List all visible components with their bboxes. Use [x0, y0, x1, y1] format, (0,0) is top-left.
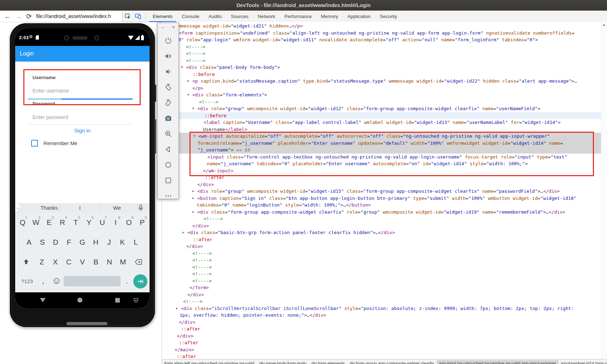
expand-arrow-icon[interactable]: ▶ — [192, 195, 194, 202]
code-line[interactable]: <!----> — [162, 257, 601, 264]
inspect-cursor-icon[interactable] — [122, 11, 133, 22]
key-I[interactable]: I8 — [109, 216, 122, 229]
code-line[interactable]: </div> — [162, 243, 601, 250]
key-K[interactable]: K — [116, 235, 129, 249]
key-Q[interactable]: Q1 — [16, 216, 29, 229]
key-B[interactable]: B — [89, 255, 103, 269]
expand-arrow-icon[interactable]: ▶ — [182, 229, 184, 236]
suggestion-word[interactable]: We — [113, 203, 121, 213]
key-A[interactable]: A — [22, 235, 36, 249]
key-S[interactable]: S — [36, 235, 49, 249]
key-C[interactable]: C — [62, 255, 76, 269]
tab-performance[interactable]: Performance — [280, 11, 316, 22]
code-line[interactable]: ▶<div class="form-group app-composite-wi… — [162, 209, 601, 216]
code-line[interactable]: ▶<div class="basic-btn-grp form-action p… — [162, 229, 601, 236]
code-line[interactable]: ▼<div class="form-elements"> — [162, 91, 601, 99]
code-line[interactable]: <!----> — [162, 250, 601, 257]
home-icon[interactable] — [164, 161, 173, 169]
key-J[interactable]: J — [103, 235, 116, 249]
power-icon[interactable] — [164, 36, 173, 45]
key-D[interactable]: D — [49, 235, 63, 249]
code-line[interactable]: <!----> — [162, 43, 601, 50]
tab-network[interactable]: Network — [253, 11, 280, 22]
code-line[interactable]: ::before — [162, 112, 601, 119]
code-line[interactable]: ▶<button caption="Sign in" class="btn ap… — [162, 195, 601, 202]
url-field[interactable]: file:///android_asset/www/index.h — [36, 13, 111, 19]
expand-arrow-icon[interactable]: ▶ — [192, 188, 194, 195]
code-line[interactable]: ▼<div role="group" wmcomposite widget-id… — [162, 105, 601, 112]
microphone-icon[interactable] — [137, 204, 145, 212]
breadcrumb-item[interactable]: wm-input.ng-untouched.ng-pristine.ng-val… — [437, 360, 559, 364]
code-line[interactable]: </div> — [162, 333, 601, 340]
more-icon[interactable] — [164, 192, 173, 200]
code-line[interactable]: </div> — [162, 319, 601, 326]
volume-up-icon[interactable] — [164, 52, 173, 60]
volume-down-icon[interactable] — [164, 67, 173, 76]
code-line[interactable]: <!----> — [162, 264, 601, 271]
key-comma[interactable]: , — [37, 274, 49, 288]
code-line[interactable]: <!----> — [162, 298, 601, 305]
tab-application[interactable]: Application — [343, 11, 375, 22]
back-arrow-icon[interactable]: ← — [4, 13, 11, 20]
expand-arrow-icon[interactable]: ▶ — [176, 305, 178, 312]
code-line[interactable]: tabindex="0" name="loginButton" style="w… — [162, 202, 601, 209]
code-line[interactable]: ▶<div class="iScrollVerticalScrollbar iS… — [162, 305, 601, 312]
back-icon[interactable] — [164, 145, 173, 154]
code-line[interactable]: ::after — [162, 353, 601, 359]
code-line[interactable]: <!----> — [162, 57, 601, 64]
key-P[interactable]: P0 — [135, 216, 149, 229]
remember-checkbox[interactable] — [31, 140, 38, 147]
scroll-up-arrow-icon[interactable]: ▲ — [602, 23, 606, 26]
tab-elements[interactable]: Elements — [148, 11, 177, 22]
enter-icon[interactable] — [133, 274, 147, 288]
code-line[interactable]: mmessage widget-id="widget-id21" hidden>… — [162, 23, 601, 30]
collapse-arrow-icon[interactable]: ▼ — [181, 64, 183, 71]
key-M[interactable]: M — [116, 255, 130, 269]
rotate-left-icon[interactable] — [164, 83, 173, 91]
code-line[interactable]: <!----> — [162, 99, 601, 106]
key-H[interactable]: H — [89, 235, 103, 249]
nav-home-icon[interactable] — [77, 298, 82, 303]
code-line[interactable]: ::after — [162, 326, 601, 333]
code-line[interactable]: </div> — [162, 222, 601, 229]
close-button[interactable]: × — [172, 24, 175, 30]
code-line[interactable]: <!----> — [162, 215, 601, 222]
breadcrumb-item[interactable]: div.form-elements — [309, 360, 347, 364]
signin-button[interactable]: Sign in — [15, 127, 150, 133]
suggestion-expand-chip[interactable]: › — [15, 203, 20, 213]
scrollbar[interactable]: ▲ — [601, 22, 607, 359]
zoom-icon[interactable] — [164, 130, 173, 138]
breadcrumb-item[interactable]: input#widget-id14.form-control.app-textb… — [559, 360, 607, 364]
minimize-button[interactable]: – — [161, 24, 164, 30]
key-E[interactable]: E3 — [42, 216, 56, 229]
code-line[interactable]: ::after — [162, 339, 601, 346]
tab-memory[interactable]: Memory — [316, 11, 343, 22]
key-V[interactable]: V — [76, 255, 89, 269]
nav-back-icon[interactable] — [40, 298, 46, 302]
code-line[interactable]: ▶<div role="group" wmcomposite widget-id… — [162, 188, 601, 195]
password-input[interactable]: Enter password — [33, 114, 68, 120]
breadcrumb-item[interactable]: form.align-left.ng-untouched.ng-pristine… — [162, 360, 257, 364]
key-G[interactable]: G — [76, 235, 89, 249]
code-line[interactable]: </p> — [162, 85, 601, 92]
key-period[interactable]: . — [121, 274, 133, 288]
code-line[interactable]: </main> — [162, 346, 601, 353]
key-F[interactable]: F — [62, 235, 76, 249]
code-line[interactable]: <form captionposition="undefined" class=… — [162, 30, 601, 37]
expand-arrow-icon[interactable]: ▶ — [187, 78, 189, 85]
device-toolbar-icon[interactable] — [133, 11, 144, 22]
key-N[interactable]: N — [103, 255, 116, 269]
backspace-icon[interactable] — [130, 255, 147, 269]
reload-icon[interactable]: ⟳ — [26, 13, 32, 20]
tab-audits[interactable]: Audits — [204, 11, 227, 22]
code-line[interactable]: 1px; overflow: hidden; pointer-events: n… — [162, 312, 601, 319]
shift-icon[interactable] — [17, 255, 35, 269]
key-T[interactable]: T5 — [69, 216, 82, 229]
screenshot-icon[interactable] — [164, 114, 173, 123]
expand-arrow-icon[interactable]: ▶ — [192, 209, 194, 216]
suggestion-word[interactable]: Thanks — [40, 203, 58, 213]
key-space[interactable] — [64, 276, 121, 286]
key-R[interactable]: R4 — [56, 216, 69, 229]
code-line[interactable]: </form> — [162, 284, 601, 291]
rotate-right-icon[interactable] — [164, 99, 173, 107]
